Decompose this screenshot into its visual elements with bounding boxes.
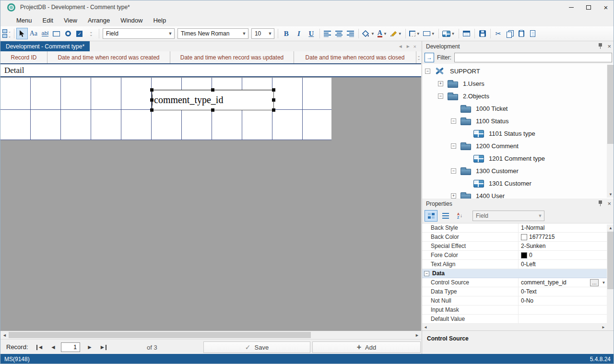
ellipsis-button[interactable]: … [590,279,599,286]
tree-item-1101-status-type[interactable]: −1101 Status type [422,127,606,140]
paste-special-button[interactable] [527,28,539,39]
menu-item-help[interactable]: Help [148,15,171,26]
pin-icon[interactable] [598,43,602,49]
tree-item-1100-status[interactable]: −1100 Status [422,115,606,127]
prop-value[interactable]: 0 [518,251,607,259]
design-grid[interactable]: comment_type_id [0,78,331,140]
selected-control-combo[interactable]: Field▼ [472,211,544,221]
tab-development-comment-type[interactable]: Development - Comment type* [0,41,90,51]
tree-item-support[interactable]: −SUPPORT [422,65,606,77]
prop-value[interactable]: 0-No [518,296,607,305]
prop-row-special-effect[interactable]: Special Effect2-Sunken [422,242,607,251]
italic-button[interactable]: I [293,28,305,39]
filter-input[interactable] [454,53,612,62]
detail-section-header[interactable]: Detail [0,63,421,77]
prop-row-not-null[interactable]: Not Null0-No [422,296,607,305]
toolbar-overflow-button[interactable]: ⌄⌄ [85,28,97,39]
prop-value[interactable] [518,315,607,323]
scroll-left-icon[interactable]: ◄ [422,325,429,329]
resize-handle-se[interactable] [272,108,275,112]
record-number-input[interactable] [61,342,80,352]
tree-item-1300-customer[interactable]: −1300 Customer [422,164,606,177]
collapse-icon[interactable]: − [451,168,456,174]
design-canvas[interactable]: comment_type_id [0,77,421,331]
tree-item-1301-customer[interactable]: −1301 Customer [422,177,606,189]
textbox-tool-button[interactable]: abl [39,28,51,39]
scrollbar-thumb[interactable] [607,232,614,289]
scroll-down-icon[interactable]: ▼ [607,191,614,198]
close-button[interactable]: × [597,0,614,14]
previous-record-button[interactable]: ◄ [47,342,59,352]
scroll-left-icon[interactable]: ◄ [0,331,9,339]
prop-value[interactable]: 0-Left [518,260,607,269]
scrollbar-thumb[interactable] [607,65,614,144]
resize-handle-n[interactable] [211,88,214,92]
prop-value[interactable]: 2-Sunken [518,242,607,250]
window-list-button[interactable] [461,28,472,39]
save-record-button[interactable]: ✓Save [203,341,310,353]
tab-scroll-left-icon[interactable]: ◄ [398,44,403,49]
maximize-button[interactable] [580,0,597,14]
prop-row-fore-color[interactable]: Fore Color0 [422,251,607,260]
first-record-button[interactable]: ◄ [34,342,46,352]
scrollbar-thumb[interactable] [9,332,311,338]
prop-value[interactable]: 0-Text [518,287,607,296]
collapse-icon[interactable]: − [438,94,443,99]
tree-item-1400-user[interactable]: +1400 User [422,189,606,199]
categorized-view-button[interactable] [425,210,437,222]
next-record-button[interactable]: ► [84,342,95,352]
tab-close-icon[interactable]: × [413,44,416,49]
canvas-horizontal-scrollbar[interactable]: ◄ ► [0,331,421,339]
tree-item-1000-ticket[interactable]: −1000 Ticket [422,102,606,115]
column-header-3[interactable]: Date and time when record was closed [294,51,416,63]
prop-value[interactable]: 16777215 [518,233,607,241]
collapse-icon[interactable]: − [425,69,430,74]
bold-button[interactable]: B [280,28,293,39]
menu-item-menu[interactable]: Menu [11,15,37,26]
prop-row-back-style[interactable]: Back Style1-Normal [422,223,607,233]
close-icon[interactable]: × [607,200,611,207]
resize-handle-s[interactable] [211,108,214,112]
dropdown-button[interactable]: ▼ [601,281,607,285]
align-center-button[interactable] [333,28,345,39]
fill-color-button[interactable]: ▼ [361,28,376,39]
tab-scroll-right-icon[interactable]: ► [406,44,411,49]
copy-button[interactable] [504,28,516,39]
menu-item-window[interactable]: Window [115,15,148,26]
expand-icon[interactable]: + [438,81,443,86]
select-tool-button[interactable] [16,28,28,39]
expand-icon[interactable]: + [451,193,456,199]
add-record-button[interactable]: +Add [312,341,421,353]
scroll-right-icon[interactable]: ► [413,331,421,339]
font-color-button[interactable]: A▼ [376,28,389,39]
prop-value[interactable]: 1-Normal [518,223,607,232]
minimize-button[interactable] [563,0,580,14]
prop-row-text-align[interactable]: Text Align0-Left [422,260,607,269]
column-overflow-icon[interactable]: ⌄⌄ [416,51,421,63]
locate-object-button[interactable]: → [425,53,434,62]
prop-row-input-mask[interactable]: Input Mask [422,305,607,315]
tree-item-1201-comment-type[interactable]: −1201 Comment type [422,152,606,164]
resize-handle-sw[interactable] [150,108,154,112]
prop-value[interactable] [518,305,607,314]
column-header-0[interactable]: Record ID [0,51,47,63]
column-header-2[interactable]: Date and time when record was updated [170,51,294,63]
menu-item-edit[interactable]: Edit [37,15,59,26]
font-family-combo[interactable]: Times New Roman▼ [177,28,248,39]
underline-button[interactable]: U [305,28,318,39]
sort-az-button[interactable]: AZ↓ [453,210,466,222]
prop-row-control-source[interactable]: Control Sourcecomment_type_id…▼ [422,278,607,287]
align-right-button[interactable] [345,28,356,39]
tree-item-1200-comment[interactable]: −1200 Comment [422,140,606,152]
scroll-right-icon[interactable]: ► [600,325,607,329]
save-button[interactable] [477,28,488,39]
properties-scrollbar[interactable]: ▲ [607,224,614,324]
collapse-icon[interactable]: − [451,143,456,149]
menu-item-view[interactable]: View [59,15,83,26]
paste-button[interactable] [516,28,527,39]
tree-scrollbar[interactable]: ▼ [607,65,614,198]
tree-item-2-objects[interactable]: −2.Objects [422,90,606,102]
label-tool-button[interactable]: Aa [28,28,39,39]
resize-handle-ne[interactable] [272,88,275,92]
object-combo[interactable]: Field▼ [103,28,175,39]
